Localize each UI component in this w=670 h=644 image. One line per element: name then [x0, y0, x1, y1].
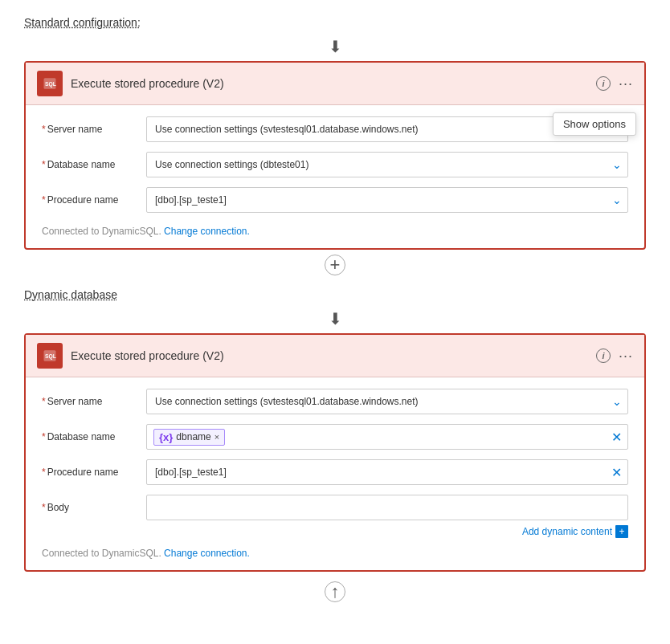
server-control: Show options: [146, 116, 628, 142]
section2-footer: Connected to DynamicSQL. Change connecti…: [42, 544, 628, 559]
procedure-label2: *Procedure name: [42, 467, 138, 478]
tag-text: dbname: [176, 431, 210, 442]
sql-icon-2: SQL: [37, 343, 63, 369]
svg-text:SQL: SQL: [45, 81, 56, 88]
section1-card-actions: i ···: [596, 75, 633, 92]
body-input[interactable]: [146, 495, 628, 520]
server-label2: *Server name: [42, 396, 138, 407]
section2-more-icon[interactable]: ···: [619, 348, 633, 365]
add-dynamic-icon: +: [615, 525, 628, 538]
sql-icon: SQL: [37, 71, 63, 96]
server-input2[interactable]: [146, 389, 628, 414]
body-label: *Body: [42, 502, 138, 513]
section1-footer: Connected to DynamicSQL. Change connecti…: [42, 222, 628, 237]
procedure-input2[interactable]: [146, 459, 628, 485]
section2-card-actions: i ···: [596, 348, 633, 365]
field-row-database2: *Database name {x} dbname × ✕: [42, 424, 628, 450]
database-control2: {x} dbname × ✕: [146, 424, 628, 450]
section1-change-connection[interactable]: Change connection.: [164, 226, 250, 237]
section2-card: SQL Execute stored procedure (V2) i ··· …: [24, 333, 646, 572]
procedure-control: ⌄: [146, 187, 628, 213]
section1-plus[interactable]: +: [24, 255, 646, 275]
add-dynamic-row: Add dynamic content +: [42, 525, 628, 538]
section1-card-title: Execute stored procedure (V2): [71, 77, 596, 90]
database-label2: *Database name: [42, 431, 138, 442]
section2-card-title: Execute stored procedure (V2): [71, 349, 596, 362]
section2-title: Dynamic database: [24, 288, 646, 301]
server-control2: ⌄: [146, 389, 628, 414]
field-row-database: *Database name ⌄: [42, 152, 628, 177]
show-options-tooltip: Show options: [553, 112, 636, 136]
section2-plus[interactable]: ↑: [24, 577, 646, 602]
field-row-server2: *Server name ⌄: [42, 389, 628, 414]
database-control: ⌄: [146, 152, 628, 177]
procedure-input[interactable]: [146, 187, 628, 213]
section2-arrow-down: ⬇: [24, 309, 646, 328]
section1-arrow-down: ⬇: [24, 37, 646, 56]
section2-card-body: *Server name ⌄ *Database name {x} dbname: [26, 377, 644, 570]
tag-icon: {x}: [159, 431, 173, 443]
section1-title: Standard configuration:: [24, 16, 646, 29]
procedure-control2: ✕: [146, 459, 628, 485]
field-row-body: *Body: [42, 495, 628, 520]
field-row-server: *Server name Show options: [42, 116, 628, 142]
procedure-label: *Procedure name: [42, 194, 138, 206]
section1: Standard configuration: ⬇ SQL Execute st…: [24, 16, 646, 275]
body-control: [146, 495, 628, 520]
add-dynamic-label: Add dynamic content: [522, 526, 612, 537]
field-row-procedure2: *Procedure name ✕: [42, 459, 628, 485]
section1-footer-text: Connected to DynamicSQL.: [42, 226, 161, 237]
sql-svg: SQL: [43, 76, 57, 91]
add-dynamic-button[interactable]: Add dynamic content +: [522, 525, 628, 538]
field-row-procedure: *Procedure name ⌄: [42, 187, 628, 213]
database-label: *Database name: [42, 159, 138, 170]
database-tag-container[interactable]: {x} dbname ×: [146, 424, 628, 450]
section2: Dynamic database ⬇ SQL Execute stored pr…: [24, 288, 646, 602]
section1-info-icon[interactable]: i: [596, 76, 611, 91]
section1-card-header: SQL Execute stored procedure (V2) i ···: [26, 63, 644, 105]
section2-card-header: SQL Execute stored procedure (V2) i ···: [26, 335, 644, 377]
section2-change-connection[interactable]: Change connection.: [164, 548, 250, 559]
section1-card: SQL Execute stored procedure (V2) i ··· …: [24, 61, 646, 250]
server-label: *Server name: [42, 124, 138, 135]
database-input[interactable]: [146, 152, 628, 177]
section1-more-icon[interactable]: ···: [619, 75, 633, 92]
section2-footer-text: Connected to DynamicSQL.: [42, 548, 161, 559]
tag-close[interactable]: ×: [214, 432, 219, 442]
section1-card-body: *Server name Show options *Database name…: [26, 105, 644, 248]
dbname-tag: {x} dbname ×: [153, 429, 225, 446]
svg-text:SQL: SQL: [45, 353, 56, 360]
section2-info-icon[interactable]: i: [596, 348, 611, 363]
sql-svg-2: SQL: [43, 348, 57, 363]
